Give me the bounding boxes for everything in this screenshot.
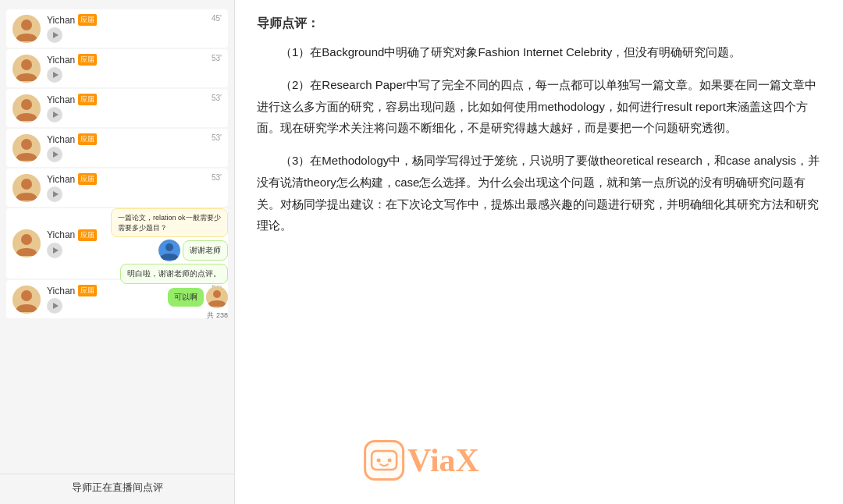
chat-time: 45': [212, 14, 222, 23]
chat-list: Yichan 应届 45' Yichan 应届 53': [0, 6, 234, 470]
chat-name: Yichan: [47, 134, 75, 145]
avatar: [12, 229, 41, 257]
chat-time: 53': [212, 173, 222, 182]
tag-supervisor: 应届: [78, 54, 97, 66]
left-panel: Yichan 应届 45' Yichan 应届 53': [0, 0, 234, 504]
chat-name: Yichan: [47, 94, 75, 105]
tag-supervisor: 应届: [78, 14, 97, 26]
avatar-small: [158, 240, 180, 261]
chat-item[interactable]: Yichan 应届 53': [6, 89, 228, 127]
tag-supervisor: 应届: [78, 133, 97, 145]
avatar: [12, 174, 41, 202]
svg-point-5: [21, 99, 32, 110]
chat-item[interactable]: Yichan 应届 53': [6, 49, 228, 87]
chat-item[interactable]: Yichan 应届 53' 一篇论文，relation ok一般需要少需要多少题…: [6, 208, 228, 279]
review-body: （1）在Background中明确了研究对象Fashion Internet C…: [257, 41, 821, 236]
tag-supervisor: 应届: [78, 173, 97, 185]
chat-time: 53': [212, 54, 222, 62]
chat-info: Yichan 应届: [47, 173, 222, 202]
chat-item[interactable]: Yichan 应届 53': [6, 169, 228, 207]
svg-point-1: [21, 20, 32, 30]
avatar-small: [206, 286, 228, 308]
svg-point-3: [21, 59, 32, 70]
left-caption: 导师正在直播间点评: [0, 474, 234, 498]
chat-time: 53': [212, 94, 222, 102]
chat-bubble: 谢谢老师: [183, 240, 228, 261]
chat-bubble: 明白啦，谢谢老师的点评。: [120, 264, 228, 284]
play-button[interactable]: [47, 147, 62, 162]
review-title: 导师点评：: [257, 16, 821, 32]
chat-name: Yichan: [47, 15, 75, 26]
svg-point-13: [165, 243, 173, 251]
chat-item[interactable]: Yichan 应届 45': [6, 9, 228, 48]
svg-point-11: [21, 234, 32, 245]
avatar: [12, 15, 41, 43]
avatar: [12, 286, 41, 314]
svg-point-9: [21, 179, 32, 190]
chat-info: Yichan 应届: [47, 133, 222, 162]
chat-name: Yichan: [47, 229, 75, 240]
chat-name: Yichan: [47, 286, 75, 296]
chat-name: Yichan: [47, 174, 75, 185]
message-count: 共 238: [207, 311, 228, 321]
tag-supervisor: 应届: [78, 285, 97, 296]
svg-point-15: [213, 290, 221, 298]
avatar: [12, 134, 41, 162]
svg-point-17: [21, 290, 32, 301]
chat-info: Yichan 应届: [47, 14, 222, 43]
chat-time: 53': [212, 133, 222, 142]
review-paragraph-2: （2）在Research Paper中写了完全不同的四点，每一点都可以单独写一篇…: [257, 74, 821, 139]
chat-bubble: 一篇论文，relation ok一般需要少需要多少题目？: [111, 208, 228, 237]
chat-info: Yichan 应届: [47, 94, 222, 122]
play-button[interactable]: [47, 67, 62, 83]
svg-point-7: [21, 139, 32, 150]
play-button[interactable]: [47, 298, 62, 314]
chat-bubble: 可以啊: [168, 288, 204, 307]
tag-supervisor: 应届: [78, 229, 97, 241]
right-panel: 导师点评： （1）在Background中明确了研究对象Fashion Inte…: [235, 0, 843, 504]
play-button[interactable]: [47, 107, 62, 122]
chat-name: Yichan: [47, 55, 75, 66]
tag-supervisor: 应届: [78, 94, 97, 105]
play-button[interactable]: [47, 243, 62, 258]
play-button[interactable]: [47, 186, 62, 202]
review-paragraph-3: （3）在Methodology中，杨同学写得过于笼统，只说明了要做theoret…: [257, 150, 821, 236]
review-paragraph-1: （1）在Background中明确了研究对象Fashion Internet C…: [257, 41, 821, 63]
avatar: [12, 94, 41, 122]
play-button[interactable]: [47, 27, 62, 43]
chat-info: Yichan 应届: [47, 54, 222, 83]
chat-item[interactable]: Yichan 应届 53': [6, 129, 228, 167]
avatar: [12, 55, 41, 83]
